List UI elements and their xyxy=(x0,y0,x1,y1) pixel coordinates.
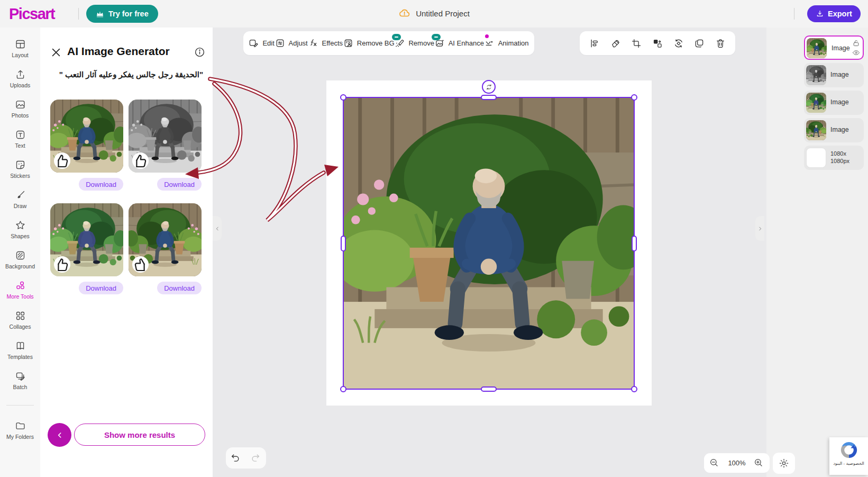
resize-handle-top[interactable] xyxy=(481,95,497,100)
canvas-settings-button[interactable] xyxy=(773,453,795,474)
history-controls xyxy=(226,447,266,469)
panel-title: AI Image Generator xyxy=(67,45,170,58)
download-button[interactable]: Download xyxy=(157,282,202,294)
download-icon xyxy=(816,10,824,18)
project-name: Untitled Project xyxy=(416,9,470,18)
sidebar-item-shapes[interactable]: Shapes xyxy=(0,214,40,245)
adjust-tool[interactable]: Adjust xyxy=(275,38,308,48)
upload-icon xyxy=(15,69,26,80)
canvas-page[interactable] xyxy=(326,80,652,406)
tool-label: Edit xyxy=(262,39,274,47)
panel-back-button[interactable] xyxy=(48,423,71,447)
show-more-results-button[interactable]: Show more results xyxy=(74,424,205,446)
animation-icon xyxy=(485,38,495,48)
edit-tool[interactable]: Edit xyxy=(249,38,274,48)
try-for-free-button[interactable]: Try for free xyxy=(86,5,158,23)
gear-icon xyxy=(779,458,789,469)
download-button[interactable]: Download xyxy=(79,178,123,191)
picsart-logo[interactable]: Picsart xyxy=(9,5,54,23)
zoom-out-button[interactable] xyxy=(709,458,720,469)
thumbs-up-button[interactable] xyxy=(54,152,70,169)
ai-enhance-tool[interactable]: AI Enhance xyxy=(435,38,484,48)
align-button[interactable] xyxy=(587,35,602,51)
rotate-handle[interactable] xyxy=(482,80,496,94)
project-title-group[interactable]: Untitled Project xyxy=(398,7,470,19)
layer-card-3[interactable]: Image xyxy=(804,91,864,115)
thumbs-up-button[interactable] xyxy=(54,256,70,273)
layers-panel: Image Image Image Image 1080x 1080px xyxy=(766,28,868,477)
reset-transform-button[interactable] xyxy=(671,35,687,51)
sidebar-item-collages[interactable]: Collages xyxy=(0,305,40,335)
sidebar-item-more-tools[interactable]: More Tools xyxy=(0,275,40,305)
sidebar-item-stickers[interactable]: Stickers xyxy=(0,154,40,184)
selected-image[interactable] xyxy=(343,97,635,390)
resize-handle-left[interactable] xyxy=(341,236,346,251)
sidebar-item-photos[interactable]: Photos xyxy=(0,94,40,124)
panel-collapse-left[interactable] xyxy=(213,216,222,241)
object-toolbar xyxy=(580,31,735,55)
panel-collapse-right[interactable] xyxy=(755,216,764,241)
sidebar-label: Uploads xyxy=(10,82,31,88)
animation-tool[interactable]: Animation xyxy=(485,38,529,48)
canvas-layer-card[interactable]: 1080x 1080px xyxy=(804,146,864,170)
crop-button[interactable] xyxy=(628,35,644,51)
delete-button[interactable] xyxy=(712,35,728,51)
info-icon[interactable] xyxy=(194,47,205,58)
sidebar-label: Templates xyxy=(7,354,33,360)
trash-icon xyxy=(715,38,726,49)
download-button[interactable]: Download xyxy=(157,178,202,191)
tool-label: Adjust xyxy=(289,39,308,47)
crop-icon xyxy=(631,38,642,49)
remove-bg-tool[interactable]: Remove BG xyxy=(343,38,395,48)
eraser-button[interactable] xyxy=(608,35,624,51)
sidebar-item-my-folders[interactable]: My Folders xyxy=(0,415,40,445)
sidebar-item-templates[interactable]: Templates xyxy=(0,335,40,365)
sidebar-item-uploads[interactable]: Uploads xyxy=(0,64,40,94)
result-item: Download xyxy=(50,203,123,307)
resize-handle-right[interactable] xyxy=(632,236,637,251)
remove-tool[interactable]: Remove xyxy=(395,38,434,48)
zoom-in-button[interactable] xyxy=(754,458,764,469)
resize-handle-bottom-left[interactable] xyxy=(340,386,346,392)
thumbs-up-button[interactable] xyxy=(132,152,149,169)
sidebar-label: More Tools xyxy=(6,293,33,300)
layer-card-4[interactable]: Image xyxy=(804,118,864,142)
resize-handle-bottom[interactable] xyxy=(481,386,497,392)
recaptcha-privacy-terms[interactable]: الخصوصية - البنود xyxy=(829,461,868,466)
recaptcha-badge[interactable]: الخصوصية - البنود xyxy=(829,437,868,475)
layer-card-1[interactable]: Image xyxy=(804,35,864,60)
sidebar-item-text[interactable]: Text xyxy=(0,124,40,154)
zoom-level[interactable]: 100% xyxy=(728,459,745,467)
sidebar-item-draw[interactable]: Draw xyxy=(0,184,40,214)
download-button[interactable]: Download xyxy=(79,282,123,294)
export-button[interactable]: Export xyxy=(807,5,861,22)
generated-image-2[interactable] xyxy=(129,100,202,173)
undo-button[interactable] xyxy=(230,452,242,464)
stickers-icon xyxy=(15,159,26,170)
header-divider xyxy=(78,8,79,20)
duplicate-button[interactable] xyxy=(691,35,707,51)
result-item: Download xyxy=(129,203,202,307)
resize-handle-top-left[interactable] xyxy=(340,94,346,101)
layer-card-2[interactable]: Image xyxy=(804,63,864,87)
sidebar-item-batch[interactable]: Batch xyxy=(0,365,40,395)
close-icon[interactable] xyxy=(50,47,62,58)
redo-button[interactable] xyxy=(250,452,262,464)
generated-image-4[interactable] xyxy=(129,203,202,276)
crown-icon xyxy=(96,10,104,18)
generated-image-1[interactable] xyxy=(50,100,123,173)
generated-image-3[interactable] xyxy=(50,203,123,276)
lock-open-icon[interactable] xyxy=(852,39,860,47)
layer-thumbnail xyxy=(806,93,826,113)
thumbs-up-button[interactable] xyxy=(132,256,149,273)
replace-button[interactable] xyxy=(650,35,665,51)
zoom-controls: 100% xyxy=(704,453,770,473)
eye-icon[interactable] xyxy=(852,49,860,57)
resize-handle-top-right[interactable] xyxy=(631,94,637,101)
resize-handle-bottom-right[interactable] xyxy=(631,386,637,392)
sidebar-item-background[interactable]: Background xyxy=(0,245,40,275)
background-icon xyxy=(15,250,26,261)
sidebar-item-layout[interactable]: Layout xyxy=(0,33,40,64)
effects-tool[interactable]: Effects xyxy=(308,38,343,48)
brush-icon xyxy=(15,190,26,201)
